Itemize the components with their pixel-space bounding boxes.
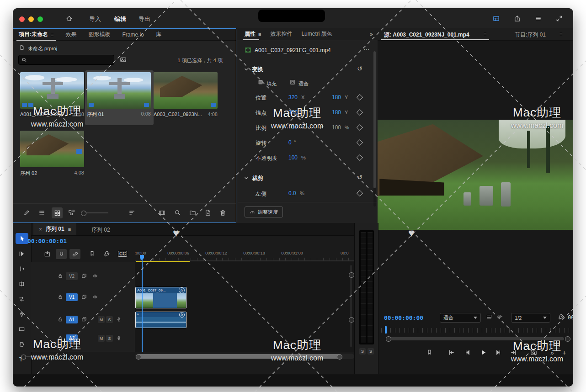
tab-libraries[interactable]: 库 — [156, 31, 161, 38]
export-frame-icon[interactable] — [530, 349, 537, 356]
panel-menu-icon[interactable]: ≡ — [258, 32, 261, 37]
zoom-button[interactable] — [37, 16, 43, 22]
lock-icon[interactable] — [58, 294, 63, 300]
chevron-down-icon[interactable] — [244, 175, 249, 181]
zoom-slider[interactable] — [82, 212, 108, 213]
track-target-v1[interactable]: V1 — [66, 293, 78, 301]
go-to-out-icon[interactable] — [510, 349, 517, 356]
h-scroll-handle-left[interactable] — [136, 354, 141, 360]
fit-icon[interactable] — [290, 79, 295, 85]
zoom-level-select[interactable]: 适合 — [440, 313, 481, 323]
mute-button[interactable]: M — [98, 335, 105, 342]
meter-solo-right[interactable]: S — [368, 348, 374, 355]
tab-program-monitor[interactable]: 节目:序列 01 — [515, 31, 546, 39]
lock-icon[interactable] — [58, 273, 63, 279]
track-header-a1[interactable]: A1 M S — [31, 310, 135, 330]
keyframe-toggle-icon[interactable] — [357, 139, 363, 146]
zoom-handle-left[interactable] — [386, 336, 391, 342]
selection-tool[interactable] — [16, 233, 28, 244]
pen-tool[interactable] — [18, 311, 25, 318]
ripple-edit-tool[interactable] — [18, 265, 25, 272]
captions-icon[interactable]: CC — [118, 251, 127, 257]
tab-source-monitor[interactable]: 源: A003_C021_0923NJ_001.mp4 — [384, 31, 469, 39]
list-item[interactable]: 序列 02 4:08 — [20, 131, 86, 182]
timeline-timecode[interactable]: 00:00:00:01 — [27, 238, 67, 244]
v-scroll-handle-top[interactable] — [349, 272, 354, 278]
snap-toggle[interactable] — [56, 249, 67, 259]
find-icon[interactable] — [174, 209, 181, 216]
lock-icon[interactable] — [58, 335, 63, 341]
project-file-name[interactable]: 未命名.prproj — [28, 45, 57, 52]
tab-effect-controls[interactable]: 效果控件 — [270, 30, 292, 38]
list-item[interactable]: A001_C037_0921F... 0:08 — [20, 72, 86, 123]
keyframe-toggle-icon[interactable] — [357, 190, 363, 196]
timeline-settings-wrench-icon[interactable] — [103, 250, 110, 257]
video-clip[interactable]: A001_C037_09... fx — [135, 287, 186, 308]
panel-menu-icon[interactable]: ≡ — [51, 32, 53, 37]
fullscreen-icon[interactable] — [555, 14, 563, 22]
drag-video-icon[interactable] — [486, 314, 492, 319]
icon-view-icon[interactable] — [52, 207, 63, 218]
panel-menu-icon[interactable]: ≡ — [559, 31, 562, 37]
tab-import[interactable]: 导入 — [89, 15, 101, 23]
home-icon[interactable] — [65, 14, 73, 22]
time-ruler[interactable]: :00:00 00:00:00:06 00:00:00:12 00:00:00:… — [135, 249, 354, 261]
track-target-a1[interactable]: A1 — [66, 316, 78, 323]
source-timecode[interactable]: 00:00:00:00 — [384, 314, 423, 321]
monitor-playhead[interactable] — [385, 326, 387, 334]
new-bin-icon[interactable] — [189, 209, 196, 216]
scale-w-value[interactable]: 100 — [288, 124, 298, 131]
zoom-slider-handle[interactable] — [81, 211, 86, 216]
horizontal-scrollbar[interactable] — [135, 354, 354, 359]
reset-icon[interactable]: ↺ — [357, 174, 362, 181]
add-marker-icon[interactable] — [89, 250, 96, 257]
minimize-button[interactable] — [28, 16, 34, 22]
track-header-v2[interactable]: V2 — [31, 267, 135, 286]
tab-lumetri-color[interactable]: Lumetri 颜色 — [301, 30, 332, 38]
track-select-forward-tool[interactable] — [18, 250, 25, 257]
monitor-zoom-bar[interactable] — [389, 337, 564, 340]
media-browser-icon[interactable] — [120, 56, 127, 63]
go-to-in-icon[interactable] — [448, 349, 455, 356]
close-button[interactable] — [19, 16, 25, 22]
chevron-down-icon[interactable] — [244, 67, 249, 72]
automate-sequence-icon[interactable] — [159, 209, 165, 216]
close-tab-icon[interactable]: × — [39, 226, 42, 233]
opacity-value[interactable]: 100 — [288, 154, 298, 161]
play-button[interactable] — [479, 348, 487, 356]
button-editor-more-icon[interactable]: » — [550, 349, 554, 356]
keyframe-toggle-icon[interactable] — [357, 109, 363, 116]
v-scroll-handle-bottom[interactable] — [349, 317, 354, 323]
overflow-tabs-icon[interactable]: » — [370, 31, 373, 37]
playhead-line[interactable] — [142, 260, 143, 352]
linked-selection-toggle[interactable] — [69, 249, 80, 259]
h-scroll-thumb[interactable] — [137, 354, 341, 359]
tab-export[interactable]: 导出 — [139, 15, 150, 23]
track-height-slider[interactable] — [22, 356, 48, 357]
insert-sequence-icon[interactable] — [44, 250, 51, 257]
track-height-handle[interactable] — [21, 355, 26, 360]
sync-lock-icon[interactable] — [81, 273, 87, 279]
track-target-v2[interactable]: V2 — [66, 272, 78, 280]
track-lane-v2[interactable] — [135, 267, 354, 286]
track-lane-a2[interactable] — [135, 330, 354, 348]
step-back-icon[interactable] — [464, 349, 471, 356]
add-marker-icon[interactable] — [426, 349, 433, 356]
source-video-frame[interactable] — [378, 120, 573, 230]
panel-menu-icon[interactable]: ≡ — [484, 31, 486, 37]
position-x-value[interactable]: 320 — [288, 94, 298, 101]
reset-icon[interactable]: ↺ — [357, 65, 362, 72]
fill-icon[interactable] — [258, 79, 263, 85]
sync-lock-icon[interactable] — [81, 317, 87, 322]
zoom-handle-right[interactable] — [565, 336, 570, 342]
tab-sequence-01[interactable]: × 序列 01 ≡ — [33, 223, 76, 235]
hand-tool[interactable] — [18, 341, 25, 348]
razor-tool[interactable] — [18, 281, 25, 287]
keyframe-toggle-icon[interactable] — [357, 154, 363, 161]
monitor-time-ruler[interactable] — [381, 328, 570, 333]
solo-button[interactable]: S — [106, 316, 113, 323]
tab-edit[interactable]: 编辑 — [114, 15, 126, 23]
step-forward-icon[interactable] — [495, 349, 502, 356]
rotation-value[interactable]: 0 — [288, 139, 292, 146]
mic-icon[interactable] — [116, 335, 122, 341]
